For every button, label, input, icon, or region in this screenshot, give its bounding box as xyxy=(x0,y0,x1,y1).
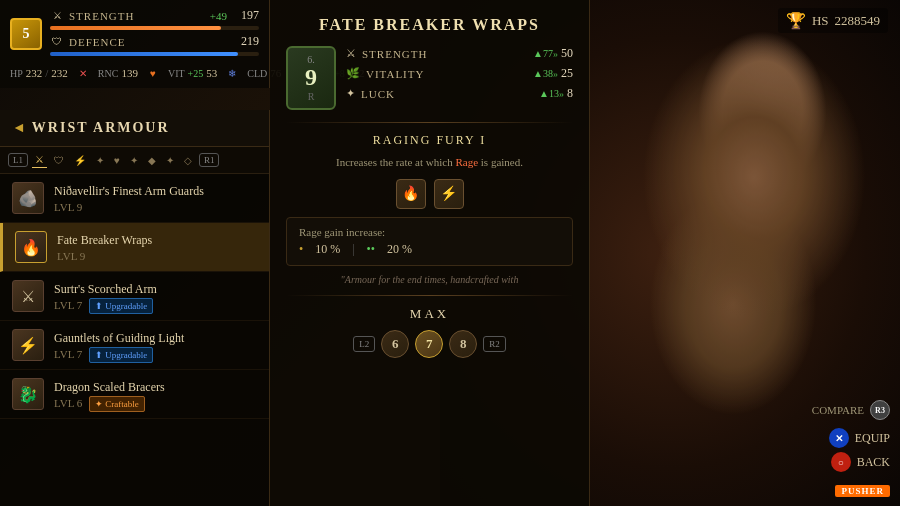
back-label: BACK xyxy=(857,455,890,470)
perk-desc-text2: is gained. xyxy=(481,156,523,168)
level-btn-6[interactable]: 6 xyxy=(381,330,409,358)
istat-strength-up: ▲77 xyxy=(533,48,553,59)
istat-vitality-icon: 🌿 xyxy=(346,67,360,80)
badge-craftable-dragon: ✦ Craftable xyxy=(89,396,145,412)
r2-button[interactable]: R2 xyxy=(483,336,506,352)
perk-icons: 🔥 ⚡ xyxy=(286,179,573,209)
istat-vitality-up: ▲38 xyxy=(533,68,553,79)
rage-gain-vals: • 10 % | •• 20 % xyxy=(299,242,560,257)
item-quote: "Armour for the end times, handcrafted w… xyxy=(286,274,573,285)
bottom-actions: COMPARE R3 ✕ EQUIP ○ BACK PUSHER xyxy=(812,400,890,498)
detail-panel: FATE BREAKER WRAPS 6. 9 R ⚔ STRENGTH ▲77… xyxy=(270,0,590,506)
istat-luck-arrow: » xyxy=(559,88,564,99)
hs-label: HS xyxy=(812,13,829,29)
perk-highlight: Rage xyxy=(455,156,478,168)
equip-info-dragon: Dragon Scaled Bracers LVL 6 ✦ Craftable xyxy=(54,380,257,409)
rage-val1: 10 % xyxy=(315,242,340,257)
equip-icon-gauntlets: ⚡ xyxy=(12,329,44,361)
badge-upgradable-surtr: ⬆ Upgradable xyxy=(89,298,153,314)
equip-item-nidavellir[interactable]: 🪨 Niðavellir's Finest Arm Guards LVL 9 xyxy=(0,174,269,223)
nav-tab-star1[interactable]: ✦ xyxy=(93,153,107,168)
nav-tab-diamond[interactable]: ◇ xyxy=(181,153,195,168)
nav-tab-star2[interactable]: ✦ xyxy=(127,153,141,168)
istat-strength-arrow: » xyxy=(553,48,558,59)
r3-button[interactable]: R3 xyxy=(870,400,890,420)
section-arrow: ◄ xyxy=(12,120,26,136)
defence-label: DEFENCE xyxy=(69,36,231,48)
rage-arrow: •• xyxy=(367,242,375,257)
defence-stat-row: 🛡 DEFENCE 219 xyxy=(50,34,259,49)
level-btn-7[interactable]: 7 xyxy=(415,330,443,358)
item-stat-rows: ⚔ STRENGTH ▲77 » 50 🌿 VITALITY ▲38 » 25 … xyxy=(346,46,573,106)
rnc-block: ✕ RNC 139 xyxy=(76,66,138,80)
equip-level-nidavellir: LVL 9 xyxy=(54,201,257,213)
r1-button[interactable]: R1 xyxy=(199,153,220,167)
equip-name-dragon: Dragon Scaled Bracers xyxy=(54,380,257,395)
rnc-label: RNC xyxy=(98,68,119,79)
defence-bar-container xyxy=(50,52,259,56)
equip-icon-surtr: ⚔ xyxy=(12,280,44,312)
equip-item-gauntlets[interactable]: ⚡ Gauntlets of Guiding Light LVL 7 ⬆ Upg… xyxy=(0,321,269,370)
badge-upgradable-gauntlets: ⬆ Upgradable xyxy=(89,347,153,363)
item-level-badge: 6. 9 R xyxy=(286,46,336,110)
nav-tab-shield[interactable]: 🛡 xyxy=(51,153,67,168)
item-stat-vitality: 🌿 VITALITY ▲38 » 25 xyxy=(346,66,573,81)
vit-plus: +25 xyxy=(188,68,204,79)
hp-val1: 232 xyxy=(26,67,43,79)
hs-display: 🏆 HS 2288549 xyxy=(778,8,888,33)
strength-label: STRENGTH xyxy=(69,10,210,22)
hp-val2: 232 xyxy=(51,67,68,79)
equip-item-fate-breaker[interactable]: 🔥 Fate Breaker Wraps LVL 9 xyxy=(0,223,269,272)
rnc-val: 139 xyxy=(121,67,138,79)
hp-label: HP xyxy=(10,68,23,79)
secondary-stats-row: HP 232 / 232 ✕ RNC 139 ♥ VIT +25 53 ❄ CL… xyxy=(10,66,259,80)
equip-action-row: ✕ EQUIP xyxy=(829,428,890,448)
equip-info-gauntlets: Gauntlets of Guiding Light LVL 7 ⬆ Upgra… xyxy=(54,331,257,360)
equip-item-dragon[interactable]: 🐉 Dragon Scaled Bracers LVL 6 ✦ Craftabl… xyxy=(0,370,269,419)
l1-button[interactable]: L1 xyxy=(8,153,28,167)
equip-info-nidavellir: Niðavellir's Finest Arm Guards LVL 9 xyxy=(54,184,257,213)
item-level-large: 9 xyxy=(305,65,317,89)
perk-icon-1: 🔥 xyxy=(396,179,426,209)
perk-title: RAGING FURY I xyxy=(286,133,573,148)
hp-block: HP 232 / 232 xyxy=(10,66,68,80)
equip-name-gauntlets: Gauntlets of Guiding Light xyxy=(54,331,257,346)
vit-icon: ♥ xyxy=(146,66,160,80)
equip-icon-dragon: 🐉 xyxy=(12,378,44,410)
istat-strength-name: STRENGTH xyxy=(362,48,533,60)
defence-value: 219 xyxy=(231,34,259,49)
equip-level-gauntlets: LVL 7 ⬆ Upgradable xyxy=(54,348,257,360)
x-button[interactable]: ✕ xyxy=(829,428,849,448)
o-button[interactable]: ○ xyxy=(831,452,851,472)
vit-block: ♥ VIT +25 53 xyxy=(146,66,217,80)
nav-tab-gem[interactable]: ◆ xyxy=(145,153,159,168)
rage-gain-box: Rage gain increase: • 10 % | •• 20 % xyxy=(286,217,573,266)
compare-row: COMPARE R3 xyxy=(812,400,890,420)
nav-tab-star3[interactable]: ✦ xyxy=(163,153,177,168)
item-stat-strength: ⚔ STRENGTH ▲77 » 50 xyxy=(346,46,573,61)
section-header: ◄ WRIST ARMOUR xyxy=(0,110,269,147)
equip-level-dragon: LVL 6 ✦ Craftable xyxy=(54,397,257,409)
istat-vitality-val: 25 xyxy=(561,66,573,81)
equip-item-surtr[interactable]: ⚔ Surtr's Scorched Arm LVL 7 ⬆ Upgradabl… xyxy=(0,272,269,321)
rage-sep: | xyxy=(352,242,354,257)
equip-name-surtr: Surtr's Scorched Arm xyxy=(54,282,257,297)
istat-vitality-name: VITALITY xyxy=(366,68,533,80)
nav-tab-heart[interactable]: ♥ xyxy=(111,153,123,168)
equip-info-fate-breaker: Fate Breaker Wraps LVL 9 xyxy=(57,233,257,262)
vit-val: 53 xyxy=(206,67,217,79)
stats-header: 5 ⚔ STRENGTH +49 197 🛡 DEFENCE 219 xyxy=(10,8,259,60)
l2-button[interactable]: L2 xyxy=(353,336,375,352)
equip-icon-fate-breaker: 🔥 xyxy=(15,231,47,263)
perk-icon-2: ⚡ xyxy=(434,179,464,209)
equip-info-surtr: Surtr's Scorched Arm LVL 7 ⬆ Upgradable xyxy=(54,282,257,311)
strength-stat-row: ⚔ STRENGTH +49 197 xyxy=(50,8,259,23)
nav-tab-lightning[interactable]: ⚡ xyxy=(71,153,89,168)
divider-2 xyxy=(286,295,573,296)
level-btn-8[interactable]: 8 xyxy=(449,330,477,358)
section-title: WRIST ARMOUR xyxy=(32,120,170,136)
istat-luck-val: 8 xyxy=(567,86,573,101)
vit-label: VIT xyxy=(168,68,185,79)
istat-vitality-arrow: » xyxy=(553,68,558,79)
nav-tab-sword[interactable]: ⚔ xyxy=(32,152,47,168)
